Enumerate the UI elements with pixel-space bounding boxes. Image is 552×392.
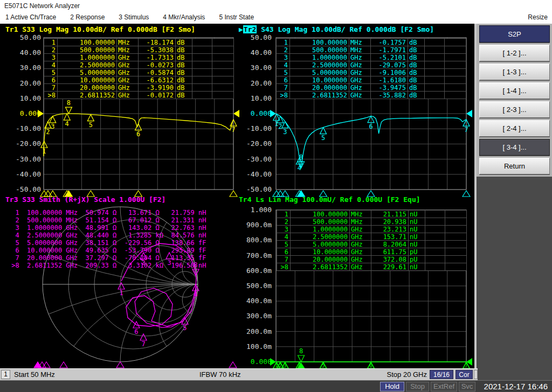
marker-row: >82.6811352GHz-35.882dB xyxy=(277,92,466,99)
marker-row: 5 5.0000000 GHz 38.151 Ω -229.56 Ω 138.6… xyxy=(8,239,206,247)
svc-indicator[interactable]: Svc xyxy=(459,382,475,391)
trace2-title[interactable]: ▶Tr2 S43 Log Mag 10.00dB/ Ref 0.000dB [F… xyxy=(239,25,434,33)
axis-label: 30.00 xyxy=(20,64,41,72)
marker-cell: dB xyxy=(176,76,192,84)
axis-label: 0.000 xyxy=(251,358,272,366)
stimulus-marker xyxy=(116,362,124,368)
softkey-1-4[interactable]: [ 1-4 ]... xyxy=(479,82,550,99)
marker-row: 42.5000000GHz-29.075dB xyxy=(277,61,466,69)
stimulus-marker xyxy=(230,191,237,197)
axis-label: -10.00 xyxy=(16,124,41,132)
marker-cell: dB xyxy=(408,92,425,99)
marker-cell: -1.7971 xyxy=(371,46,408,54)
marker-cell: 2.6811352 xyxy=(58,92,117,99)
marker-glyph xyxy=(118,283,125,289)
softkey-return[interactable]: Return xyxy=(479,158,550,174)
marker-number: 8 xyxy=(67,99,71,107)
marker-cell xyxy=(445,226,467,233)
marker-cell: 20.000000 xyxy=(291,256,350,263)
marker-cell: 500.00000 xyxy=(291,218,350,226)
e5071c-screen: { "window": { "title": "E5071C Network A… xyxy=(0,0,552,392)
marker-cell: GHz xyxy=(350,256,371,263)
marker-cell xyxy=(192,69,212,76)
marker-number: 7 xyxy=(141,340,145,348)
softkey-1-3[interactable]: [ 1-3 ]... xyxy=(479,64,550,80)
marker-cell: -5.3038 xyxy=(139,46,176,54)
marker-number: 2 xyxy=(279,363,281,368)
stop-frequency[interactable]: Stop 20 GHz xyxy=(346,370,427,379)
trace2-title-rest: S43 Log Mag 10.00dB/ Ref 0.000dB [F2 Smo… xyxy=(257,25,434,33)
softkey-header-s2p[interactable]: S2P xyxy=(479,25,550,43)
stop-indicator[interactable]: Stop xyxy=(406,382,429,391)
marker-cell: 5 xyxy=(277,241,291,248)
marker-number: 2 xyxy=(278,123,282,130)
softkey-1-2[interactable]: [ 1-2 ]... xyxy=(479,45,550,61)
marker-cell: GHz xyxy=(117,92,139,99)
marker-cell xyxy=(425,92,445,99)
marker-cell: nU xyxy=(409,226,425,233)
axis-label: -50.00 xyxy=(246,185,272,193)
marker-number: 1 xyxy=(42,148,46,155)
menu-stimulus[interactable]: 3 Stimulus xyxy=(119,13,149,21)
marker-cell xyxy=(425,248,445,256)
marker-cell: dB xyxy=(176,92,192,99)
marker-cell: 3 xyxy=(277,54,290,61)
softkey-2-3[interactable]: [ 2-3 ]... xyxy=(479,101,550,118)
marker-number: 6 xyxy=(136,130,140,138)
marker-number: 6 xyxy=(369,123,372,130)
marker-cell: pU xyxy=(409,256,425,263)
marker-cell xyxy=(425,263,445,271)
stimulus-marker xyxy=(463,191,470,197)
marker-cell: 20.000000 xyxy=(290,84,349,92)
stimulus-marker xyxy=(229,362,237,368)
marker-cell xyxy=(192,92,212,99)
marker-cell: -5.2101 xyxy=(371,54,408,61)
instrument-status-bar: Hold Stop ExtRef Svc 2021-12-17 16:46 xyxy=(0,380,552,392)
trace3-title[interactable]: Tr3 S33 Smith (R+jX) Scale 1.000U [F2] xyxy=(5,195,165,204)
channel-status-bar: 1 Start 50 MHz IFBW 70 kHz Stop 20 GHz 1… xyxy=(0,368,478,380)
softkey-2-4[interactable]: [ 2-4 ]... xyxy=(479,120,550,137)
marker-cell: 2.5000000 xyxy=(290,61,349,69)
axis-label: 40.00 xyxy=(20,48,41,57)
marker-cell: dB xyxy=(408,69,425,76)
marker-cell: dB xyxy=(176,54,192,61)
marker-cell xyxy=(445,92,466,99)
marker-cell: -0.1757 xyxy=(371,39,408,46)
marker-cell: -6.6312 xyxy=(139,76,176,84)
marker-glyph xyxy=(65,107,72,114)
axis-label: -50.00 xyxy=(16,185,41,193)
axis-label: 0.000 xyxy=(251,109,272,117)
marker-cell: -0.0273 xyxy=(139,61,176,69)
trace4-marker-table: 1100.00000MHz21.115nU 2500.00000MHz20.93… xyxy=(277,210,467,271)
axis-label: 800.0m xyxy=(246,236,272,244)
marker-cell: -3.9475 xyxy=(371,84,408,92)
correction-badge: Cor xyxy=(456,370,473,379)
marker-cell: GHz xyxy=(349,61,371,69)
marker-row: 2500.00000MHz20.938nU xyxy=(277,218,467,226)
axis-label: 50.00 xyxy=(20,33,41,41)
marker-row: 7 20.000000 GHz 37.297 Ω -70.204 Ω 113.3… xyxy=(8,254,206,262)
trace1-title[interactable]: Tr1 S33 Log Mag 10.00dB/ Ref 0.000dB [F2… xyxy=(5,25,195,33)
marker-glyph xyxy=(140,334,147,340)
menu-active-ch-trace[interactable]: 1 Active Ch/Trace xyxy=(5,13,56,21)
ifbw-readout[interactable]: IFBW 70 kHz xyxy=(199,370,241,379)
marker-cell: 1.0000000 xyxy=(290,54,349,61)
menu-response[interactable]: 2 Response xyxy=(70,13,105,21)
marker-cell: GHz xyxy=(117,76,139,84)
marker-cell: dB xyxy=(408,39,425,46)
marker-cell: GHz xyxy=(349,84,371,92)
marker-cell: 6 xyxy=(44,76,58,84)
marker-cell: dB xyxy=(176,84,192,92)
resize-control[interactable]: Resize xyxy=(528,13,548,21)
extref-indicator[interactable]: ExtRef xyxy=(431,382,457,391)
softkey-3-4[interactable]: [ 3-4 ]... xyxy=(479,139,550,156)
hold-indicator[interactable]: Hold xyxy=(380,382,404,391)
marker-cell: 8.2064 xyxy=(371,241,409,248)
menu-instr-state[interactable]: 5 Instr State xyxy=(219,13,254,21)
marker-cell xyxy=(445,39,466,46)
menu-mkr-analysis[interactable]: 4 Mkr/Analysis xyxy=(163,13,205,21)
marker-cell xyxy=(192,76,212,84)
trace4-title[interactable]: Tr4 Ls Lin Mag 100.0mU/ Ref 0.000U [F2 E… xyxy=(239,195,420,204)
start-frequency[interactable]: Start 50 MHz xyxy=(14,370,55,379)
axis-label: 10.00 xyxy=(20,94,41,102)
